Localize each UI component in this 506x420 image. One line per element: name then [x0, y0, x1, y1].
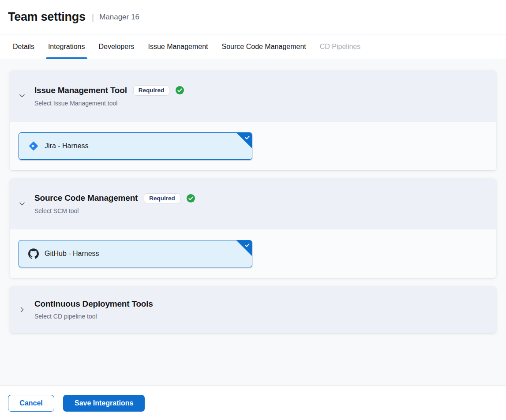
integrations-panel: Issue Management Tool Required Select Is…: [0, 59, 506, 386]
jira-icon: [28, 141, 39, 151]
page-header: Team settings | Manager 16: [0, 0, 506, 34]
chevron-down-icon[interactable]: [19, 200, 26, 207]
section-title: Source Code Management: [34, 193, 138, 203]
tab-bar: Details Integrations Developers Issue Ma…: [0, 34, 506, 59]
section-issue-management-body: Jira - Harness: [10, 122, 496, 170]
section-cd-header[interactable]: Continuous Deployment Tools Select CD pi…: [10, 286, 496, 333]
section-subtitle: Select SCM tool: [34, 207, 195, 214]
title-separator: |: [92, 12, 94, 22]
section-source-code-management: Source Code Management Required Select S…: [10, 178, 496, 278]
tool-name: GitHub - Harness: [45, 250, 99, 258]
section-scm-body: GitHub - Harness: [10, 229, 496, 278]
tool-card-jira-harness[interactable]: Jira - Harness: [19, 132, 252, 160]
save-integrations-button[interactable]: Save Integrations: [63, 395, 145, 412]
tool-card-github-harness[interactable]: GitHub - Harness: [19, 240, 252, 267]
tab-integrations[interactable]: Integrations: [48, 34, 86, 59]
section-issue-management-header[interactable]: Issue Management Tool Required Select Is…: [10, 70, 496, 122]
section-title: Continuous Deployment Tools: [34, 299, 153, 309]
tab-source-code-management[interactable]: Source Code Management: [221, 34, 307, 59]
team-name: Manager 16: [99, 13, 139, 22]
page-title: Team settings: [8, 10, 86, 24]
team-settings-page: Team settings | Manager 16 Details Integ…: [0, 0, 506, 420]
cancel-button[interactable]: Cancel: [8, 395, 54, 412]
section-issue-management-tool: Issue Management Tool Required Select Is…: [10, 70, 496, 170]
required-badge: Required: [133, 85, 170, 96]
tab-developers[interactable]: Developers: [98, 34, 135, 59]
tab-cd-pipelines: CD Pipelines: [319, 34, 361, 59]
selected-check-icon: [244, 135, 250, 140]
section-subtitle: Select Issue Management tool: [34, 100, 184, 107]
github-icon: [28, 248, 39, 259]
action-footer: Cancel Save Integrations: [0, 386, 506, 420]
section-subtitle: Select CD pipeline tool: [34, 313, 153, 320]
chevron-right-icon[interactable]: [19, 306, 26, 313]
complete-check-icon: [176, 86, 184, 94]
section-title: Issue Management Tool: [34, 86, 127, 95]
required-badge: Required: [144, 193, 180, 204]
complete-check-icon: [187, 194, 195, 202]
section-scm-header[interactable]: Source Code Management Required Select S…: [10, 178, 496, 230]
section-continuous-deployment: Continuous Deployment Tools Select CD pi…: [10, 286, 496, 333]
chevron-down-icon[interactable]: [19, 92, 26, 99]
selected-check-icon: [244, 242, 250, 248]
tab-details[interactable]: Details: [12, 34, 35, 59]
tab-issue-management[interactable]: Issue Management: [147, 34, 208, 59]
tool-name: Jira - Harness: [45, 142, 89, 150]
